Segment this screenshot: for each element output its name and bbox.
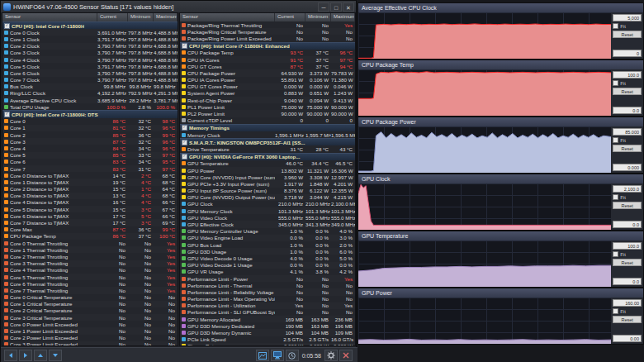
sensor-row[interactable]: Performance Limit - SLI GPUBoost SyncNoN…	[180, 309, 355, 316]
sensor-row[interactable]: Core 0 Power Limit ExceededNoNoNo	[2, 321, 178, 327]
sensor-row[interactable]: Core 6 Distance to TjMAX17 °C5 °C66 °C	[2, 212, 178, 219]
reset-button[interactable]: Reset	[613, 88, 642, 95]
scale-max-input[interactable]: 100.0	[613, 242, 642, 250]
sensor-row[interactable]: Core 0 Clock3,691.0 MHz797.8 MHz4,488.8 …	[2, 29, 178, 36]
reset-button[interactable]: Reset	[613, 259, 642, 266]
sensor-row[interactable]: GPU Core (NVVDD) Input Power (sum)3.960 …	[180, 174, 355, 180]
section-checkbox[interactable]: ✓	[4, 23, 10, 29]
sensor-row[interactable]: GPU Memory Clock101.3 MHz101.3 MHz101.3 …	[180, 207, 355, 214]
sensor-row[interactable]: GPU D3D Memory Dynamic104 MB104 MB109 MB	[180, 329, 355, 336]
sensor-row[interactable]: Current cTDP Level000	[180, 117, 355, 124]
sensor-row[interactable]: Core 2 Power Limit ExceededNoNoNo	[2, 335, 178, 341]
sensor-row[interactable]: GPU VR Usage4.1 %3.8 %4.2 %	[180, 269, 355, 275]
scale-min-input[interactable]: 0	[613, 50, 642, 57]
sensor-row[interactable]: CPU IA Cores91 °C37 °C97 °C	[180, 56, 355, 63]
graph-title[interactable]: GPU Power	[358, 288, 643, 298]
sensor-row[interactable]: Core 0 Thermal ThrottlingNoNoYes	[2, 240, 178, 246]
sensor-row[interactable]: CPU GT Cores Power0.000 W0.000 W0.046 W	[180, 83, 355, 90]
sensor-row[interactable]: PL1 Power Limit75.000 W75.000 W90.000 W	[180, 103, 355, 110]
column-header-minimum[interactable]: Minimum	[128, 13, 154, 21]
column-header-maximum[interactable]: Maximum	[154, 13, 178, 21]
sensor-row[interactable]: CPU Package Temp86 °C37 °C100 °C	[2, 233, 178, 240]
sensor-row[interactable]: Core 4 Clock3,790.7 MHz797.8 MHz4,488.8 …	[2, 56, 178, 63]
sensor-row[interactable]: Core 3 Power Limit ExceededNoNoNo	[2, 341, 178, 345]
scale-max-input[interactable]: 85.000	[613, 128, 642, 136]
maximize-button[interactable]: □	[330, 2, 342, 12]
scale-min-input[interactable]: 0.000	[613, 164, 642, 171]
section-row[interactable]: ✓CPU [#0]: Intel Core i7-11800H	[2, 21, 178, 29]
sensor-row[interactable]: Core 6 Clock3,790.7 MHz797.8 MHz4,488.8 …	[2, 69, 178, 76]
sensor-row[interactable]: GPU Input 8P Source Power (sum)8.376 W6.…	[180, 188, 355, 194]
section-checkbox[interactable]: ✓	[182, 140, 187, 145]
sensor-row[interactable]: CPU Package Power64.930 W3.373 W79.783 W	[180, 69, 355, 76]
close-icon[interactable]	[339, 350, 353, 361]
clock-icon[interactable]	[286, 350, 299, 361]
titlebar[interactable]: HWiNFO64 v7.06-4500 Sensor Status [171 v…	[1, 1, 356, 12]
sensor-row[interactable]: CPU Package Temp93 °C37 °C96 °C	[180, 50, 355, 56]
sensor-row[interactable]: Core 585 °C33 °C97 °C	[2, 152, 178, 159]
scale-min-input[interactable]: 0.0	[613, 221, 642, 228]
sensor-row[interactable]: GPU Memory Allocated169 MB163 MB236 MB	[180, 316, 355, 322]
sensor-row[interactable]: Core 3 Clock3,790.7 MHz797.8 MHz4,688.8 …	[2, 50, 178, 56]
sensor-row[interactable]: Core 7 Clock3,790.7 MHz797.8 MHz4,488.8 …	[2, 77, 178, 83]
column-header-sensor[interactable]: Sensor	[2, 13, 97, 21]
scale-max-input[interactable]: 100.0	[613, 71, 642, 79]
column-header-sensor[interactable]: Sensor	[180, 13, 275, 21]
graph-window-icon[interactable]	[256, 350, 269, 361]
sensor-row[interactable]: Core 1 Clock3,791.7 MHz797.8 MHz4,488.8 …	[2, 36, 178, 42]
sensor-row[interactable]: GPU Clock210.0 MHz210.0 MHz2,100.0 MHz	[180, 201, 355, 207]
section-checkbox[interactable]: ✓	[182, 125, 187, 131]
scale-min-input[interactable]: 0.0	[613, 278, 642, 285]
sensor-row[interactable]: Core 5 Clock3,791.7 MHz797.8 MHz4,688.8 …	[2, 63, 178, 69]
sensor-row[interactable]: Core 5 Thermal ThrottlingNoNoYes	[2, 274, 178, 280]
sensor-row[interactable]: Core 4 Thermal ThrottlingNoNoYes	[2, 267, 178, 274]
sensor-row[interactable]: GPU Effective Clock345.0 MHz341.3 MHz349…	[180, 221, 355, 227]
column-header-current[interactable]: Current	[97, 13, 128, 21]
column-header-minimum[interactable]: Minimum	[305, 13, 331, 21]
sensor-row[interactable]: CPU IA Cores Power55.891 W0.106 W71.380 …	[180, 77, 355, 83]
reset-button[interactable]: Reset	[613, 145, 642, 152]
sensor-row[interactable]: GPU Video Decode 0 Usage4.0 %0.0 %5.0 %	[180, 255, 355, 261]
sensor-row[interactable]: PCIe Link Speed2.5 GT/s2.5 GT/s16.0 GT/s	[180, 336, 355, 343]
sensor-row[interactable]: Drive Temperature31 °C28 °C43 °C	[180, 145, 355, 152]
section-checkbox[interactable]: ✓	[182, 154, 187, 160]
sensor-row[interactable]: GPU Bus Load1.0 %0.0 %2.0 %	[180, 241, 355, 248]
graph-title[interactable]: GPU Temperature	[358, 231, 643, 241]
sensor-row[interactable]: Core 0 Critical TemperatureNoNoNo	[2, 294, 178, 301]
sensor-row[interactable]: GPU Core (NVVDD) Output Power (sum)3.718…	[180, 194, 355, 201]
sensor-row[interactable]: Package/Ring Thermal ThrottlingNoNoYes	[180, 21, 355, 28]
sensor-row[interactable]: GPU Video Decode 1 Usage0.0 %0.0 %0.0 %	[180, 262, 355, 269]
close-button[interactable]: ✕	[343, 2, 354, 12]
sensor-row[interactable]: Core 6 Thermal ThrottlingNoNoYes	[2, 280, 178, 287]
sensor-row[interactable]: Core 3 Thermal ThrottlingNoNoYes	[2, 260, 178, 267]
sensor-row[interactable]: Rest-of-Chip Power9.040 W0.094 W9.413 W	[180, 97, 355, 103]
graph-title[interactable]: Average Effective CPU Clock	[358, 3, 643, 12]
sensor-row[interactable]: Core 3 Critical TemperatureNoNoNo	[2, 314, 178, 321]
sensor-row[interactable]: GPU Memory Controller Usage1.0 %0.0 %4.0…	[180, 228, 355, 235]
sensor-row[interactable]: Core 1 Critical TemperatureNoNoNo	[2, 301, 178, 307]
sensor-row[interactable]: Core 2 Critical TemperatureNoNoNo	[2, 307, 178, 314]
scale-max-input[interactable]: 160.00	[613, 299, 642, 307]
sensor-row[interactable]: Total CPU Usage100.0 %2.8 %100.0 %	[2, 103, 178, 110]
sensor-row[interactable]: Core 7 Distance to TjMAX17 °C3 °C69 °C	[2, 219, 178, 226]
scale-max-input[interactable]: 5,000	[613, 14, 642, 21]
fit-checkbox[interactable]	[613, 251, 618, 257]
scale-min-input[interactable]: 0.0	[613, 107, 642, 114]
column-header-current[interactable]: Current	[275, 13, 305, 21]
section-checkbox[interactable]: ✓	[182, 43, 187, 49]
sensor-row[interactable]: Performance Limit - Reliability VoltageN…	[180, 288, 355, 295]
fit-checkbox[interactable]	[613, 80, 618, 86]
sensor-row[interactable]: Core 783 °C31 °C97 °C	[2, 165, 178, 172]
monitor-icon[interactable]	[271, 350, 284, 361]
sensor-row[interactable]: Performance Limit - PowerNoNoYes	[180, 275, 355, 282]
sensor-row[interactable]: Bus Clock99.8 MHz99.8 MHz99.8 MHz	[2, 83, 178, 90]
sensor-row[interactable]: GPU Power13.802 W11.321 W16.306 W	[180, 167, 355, 174]
sensor-row[interactable]: GPU Video Clock555.0 MHz555.0 MHz555.0 M…	[180, 214, 355, 221]
sensor-row[interactable]: GPU PCIe +3.3V Input Power (sum)1.917 W1…	[180, 180, 355, 187]
sensor-row[interactable]: Memory Clock1,596.1 MHz1,595.7 MHz1,596.…	[180, 131, 355, 138]
sensor-row[interactable]: Core 387 °C32 °C96 °C	[2, 138, 178, 145]
sensor-row[interactable]: Performance Limit - UtilizationYesNoYes	[180, 302, 355, 309]
sensor-row[interactable]: GPU D3D Usage1.0 %0.0 %6.0 %	[180, 248, 355, 255]
fit-checkbox[interactable]	[613, 308, 618, 314]
sensor-row[interactable]: Core 285 °C36 °C99 °C	[2, 131, 178, 138]
